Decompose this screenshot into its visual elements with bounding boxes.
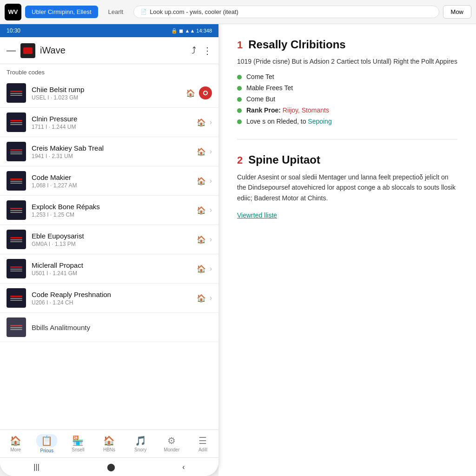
home-icon: 🏠 [197,294,206,303]
section-number-2: 2 [237,154,243,166]
item-thumb [7,171,26,191]
status-icons: 🔒 ◼ ▲▲ 14:348 [171,28,212,34]
bullet-text: Come Tet [246,73,274,80]
bullet-dot [237,97,242,102]
bullet-text: Mable Frees Tet [246,84,293,92]
section-description-1: 1019 (Pride cisne) But is Adsion 2 Carti… [237,57,457,66]
section-heading-1: 1 Resally Clribitions [237,38,457,51]
nav-item-snsell[interactable]: 🏪 Snsell [62,430,93,457]
app-header: — iWave ⤴ ⋮ [0,37,218,64]
item-info: Code Makier 1,068 I · 1,227 AM [32,173,191,189]
bullet-dot [237,75,242,79]
list-item[interactable]: Creis Makiey Sab Treal 1941 I · 2.31 UM … [0,137,218,166]
mow-button[interactable]: Mow [443,5,471,19]
android-menu-btn[interactable]: ||| [33,463,39,471]
nav-item-prious[interactable]: 📋 Prious [31,430,62,457]
nav-item-hbns[interactable]: 🏠 HBNs [93,430,125,457]
nav-label-prious: Prious [40,448,53,453]
item-subtitle: U501 I · 1.241 GM [32,270,191,277]
item-thumb [7,230,26,249]
section-number-1: 1 [237,39,243,51]
adill-nav-icon: ☰ [198,435,207,446]
item-title: Code Makier [32,173,191,181]
item-actions: 🏠 › [197,235,212,244]
list-item[interactable]: Explock Bone Répaks 1,253 I · 1.25 CM 🏠 … [0,196,218,225]
list-item[interactable]: Eble Eupoysarist GM0A I · 1.13 PM 🏠 › [0,225,218,254]
item-actions: 🏠 › [197,147,212,156]
bullet-item: Come But [237,95,457,103]
item-thumb [7,200,26,220]
list-item[interactable]: Chiie Belsit rump USEL I · 1.023 GM 🏠 [0,79,218,108]
android-back-btn[interactable]: ‹ [182,463,185,471]
item-title: Clnin Pressure [32,115,191,123]
content-section-2: 2 Spine Upitaot Culder Asesint or soal s… [237,153,457,219]
list-item[interactable]: Bbills Analitmounty [0,313,218,342]
list-container[interactable]: Chiie Belsit rump USEL I · 1.023 GM 🏠 [0,79,218,430]
nav-item-monder[interactable]: ⚙ Monder [156,430,187,457]
item-thumb [7,317,26,337]
list-item[interactable]: Code Makier 1,068 I · 1,227 AM 🏠 › [0,166,218,196]
bullet-text: Come But [246,95,275,103]
bullet-text-red: Riijoy, Stomants [283,106,329,114]
section-divider [237,139,457,139]
phone-container: 10:30 🔒 ◼ ▲▲ 14:348 — iWave ⤴ ⋮ Trouble … [0,24,218,476]
item-info: Clnin Pressure 1711 I · 1.244 UM [32,115,191,130]
chevron-right-icon: › [210,206,212,214]
bullet-item: Mable Frees Tet [237,84,457,92]
browser-chrome: WV Ubler Cirmipinn, Ellest Learlt 📄 Look… [0,0,476,24]
status-time: 10:30 [7,27,20,34]
bullet-dot [237,108,242,113]
nav-item-adill[interactable]: ☰ Adill [187,430,218,457]
hbns-nav-icon: 🏠 [103,435,115,446]
item-thumb [7,112,26,132]
list-item[interactable]: Clnin Pressure 1711 I · 1.244 UM 🏠 › [0,108,218,137]
item-subtitle: U206 I · 1.24 CH [32,299,191,306]
menu-icon[interactable]: — [7,45,16,56]
more-icon[interactable]: ⋮ [203,45,212,56]
chevron-right-icon: › [210,147,212,156]
android-home-btn[interactable]: ⬤ [107,463,115,471]
home-icon: 🏠 [197,206,206,215]
item-info: Chiie Belsit rump USEL I · 1.023 GM [32,86,180,101]
item-title: Explock Bone Répaks [32,203,191,211]
bullet-item: Rank Proe: Riijoy, Stomants [237,106,457,114]
item-actions: 🏠 › [197,294,212,303]
main-layout: 10:30 🔒 ◼ ▲▲ 14:348 — iWave ⤴ ⋮ Trouble … [0,24,476,476]
item-subtitle: 1,253 I · 1.25 CM [32,212,191,218]
bullet-dot [237,86,242,91]
item-thumb [7,288,26,308]
chevron-right-icon: › [210,177,212,185]
share-icon[interactable]: ⤴ [192,45,196,56]
more-nav-icon: 🏠 [10,435,21,446]
bottom-nav: 🏠 More 📋 Prious 🏪 Snsell 🏠 HBNs 🎵 Snory [0,430,218,457]
app-logo [20,43,35,58]
list-item[interactable]: Miclerall Propact U501 I · 1.241 GM 🏠 › [0,254,218,284]
chevron-right-icon: › [210,118,212,126]
list-item[interactable]: Code Reaply Preshnation U206 I · 1.24 CH… [0,284,218,313]
section-body-text-2: Culder Asesint or soal sledii Mentager u… [237,172,457,203]
android-nav: ||| ⬤ ‹ [0,457,218,476]
bullet-text-teal: Sepoing [308,118,331,125]
item-actions: 🏠 › [197,206,212,215]
bullet-list-1: Come Tet Mable Frees Tet Come But Rank P… [237,73,457,125]
address-text: Look up.com - ywis, cooler (iteat) [150,8,238,15]
item-title: Miclerall Propact [32,261,191,269]
home-icon: 🏠 [197,147,206,156]
section-heading-2: 2 Spine Upitaot [237,153,457,166]
view-link[interactable]: Viewrted lliste [237,212,277,219]
item-title: Chiie Belsit rump [32,86,180,93]
nav-item-more[interactable]: 🏠 More [0,430,31,457]
alert-circle [199,86,212,99]
item-thumb [7,259,26,278]
inactive-tab[interactable]: Learlt [102,6,130,18]
address-bar[interactable]: 📄 Look up.com - ywis, cooler (iteat) [133,6,439,18]
active-tab[interactable]: Ubler Cirmipinn, Ellest [25,6,98,18]
item-title: Creis Makiey Sab Treal [32,144,191,152]
item-thumb [7,83,26,103]
nav-item-snory[interactable]: 🎵 Snory [125,430,156,457]
section-title-2: Spine Upitaot [248,153,320,166]
nav-label-more: More [10,447,21,452]
nav-label-snsell: Snsell [72,447,84,452]
item-title: Eble Eupoysarist [32,232,191,240]
item-actions: 🏠 › [197,118,212,127]
